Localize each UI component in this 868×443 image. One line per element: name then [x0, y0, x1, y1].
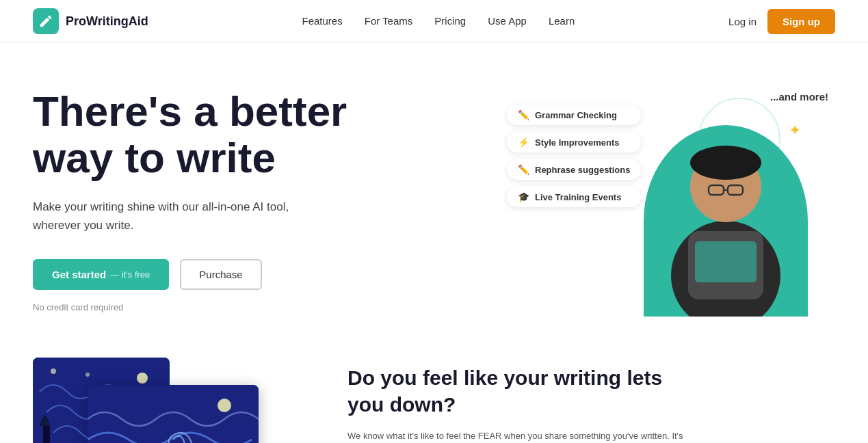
navigation: ProWritingAid Features For Teams Pricing… — [0, 0, 868, 43]
painting-area: My idea in my head — [33, 358, 293, 443]
feature-tag-rephrase: ✏️ Rephrase suggestions — [507, 159, 641, 180]
rephrase-icon: ✏️ — [518, 164, 529, 175]
person-svg — [644, 111, 808, 317]
second-section-title: Do you feel like your writing lets you d… — [347, 364, 689, 418]
painting-front-svg — [88, 385, 259, 443]
hero-content: There's a better way to write Make your … — [33, 88, 347, 313]
brand-name: ProWritingAid — [66, 14, 148, 29]
purchase-button[interactable]: Purchase — [180, 259, 261, 290]
and-more-text: ...and more! — [770, 91, 828, 103]
svg-point-11 — [86, 373, 90, 377]
free-label: — it's free — [110, 269, 150, 280]
get-started-label: Get started — [52, 269, 106, 280]
nav-use-app[interactable]: Use App — [488, 15, 527, 27]
style-icon: ⚡ — [518, 137, 529, 148]
second-section-body: We know what it's like to feel the FEAR … — [347, 429, 689, 443]
training-icon: 🎓 — [518, 191, 529, 202]
login-button[interactable]: Log in — [728, 16, 757, 27]
painting-stack: My idea in my head — [33, 358, 279, 443]
logo-svg — [38, 14, 53, 29]
get-started-button[interactable]: Get started — it's free — [33, 259, 169, 290]
nav-learn[interactable]: Learn — [549, 15, 575, 27]
svg-point-9 — [137, 373, 148, 384]
logo[interactable]: ProWritingAid — [33, 8, 148, 34]
svg-rect-7 — [695, 241, 757, 282]
hero-title: There's a better way to write — [33, 88, 347, 181]
person-illustration — [630, 105, 821, 317]
hero-section: There's a better way to write Make your … — [0, 43, 868, 344]
no-credit-text: No credit card required — [33, 302, 347, 312]
feature-tag-grammar: ✏️ Grammar Checking — [507, 105, 641, 125]
svg-point-13 — [218, 399, 231, 412]
nav-pricing[interactable]: Pricing — [434, 15, 466, 27]
rephrase-label: Rephrase suggestions — [535, 165, 630, 175]
feature-tag-style: ⚡ Style Improvements — [507, 132, 641, 152]
logo-icon — [33, 8, 59, 34]
nav-links: Features For Teams Pricing Use App Learn — [302, 15, 575, 27]
feature-tags: ✏️ Grammar Checking ⚡ Style Improvements… — [507, 105, 641, 207]
svg-point-10 — [51, 368, 56, 374]
training-label: Live Training Events — [535, 192, 621, 202]
second-right-content: Do you feel like your writing lets you d… — [347, 358, 689, 443]
grammar-icon: ✏️ — [518, 109, 529, 120]
hero-illustration: ✏️ Grammar Checking ⚡ Style Improvements… — [507, 84, 835, 317]
painting-front: My idea in my head — [88, 385, 259, 443]
hero-subtitle: Make your writing shine with our all-in-… — [33, 198, 293, 234]
feature-tag-training: 🎓 Live Training Events — [507, 187, 641, 207]
nav-actions: Log in Sign up — [728, 9, 835, 34]
svg-point-2 — [690, 146, 761, 180]
signup-button[interactable]: Sign up — [767, 9, 835, 34]
grammar-label: Grammar Checking — [535, 110, 617, 120]
second-section: My idea in my head Do you feel like your… — [0, 344, 868, 443]
style-label: Style Improvements — [535, 137, 620, 148]
hero-buttons: Get started — it's free Purchase — [33, 259, 347, 290]
nav-features[interactable]: Features — [302, 15, 343, 27]
nav-for-teams[interactable]: For Teams — [365, 15, 413, 27]
